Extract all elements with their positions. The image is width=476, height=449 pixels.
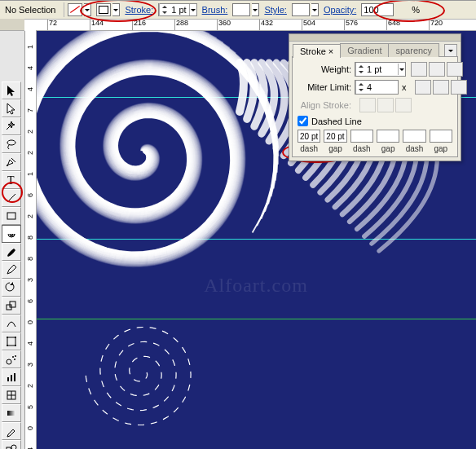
eyedropper-tool[interactable] [2,422,21,440]
mesh-tool[interactable] [2,386,21,404]
dash-input-1[interactable] [324,130,346,143]
rotate-tool[interactable] [2,279,21,297]
svg-point-8 [15,337,16,338]
align-stroke-buttons [359,98,412,112]
horizontal-ruler[interactable]: 72144216288360432504576648720 [24,19,476,31]
dash-input-5[interactable] [430,130,452,143]
stroke-swatch[interactable] [96,3,120,16]
fill-swatch-box [68,3,82,16]
cap-buttons[interactable] [411,62,463,77]
dashed-line-checkbox[interactable] [298,116,308,126]
pen-tool[interactable] [2,153,21,171]
line-segment-tool[interactable] [2,189,21,207]
stroke-swatch-dropdown[interactable] [112,3,120,16]
dash-input-3[interactable] [377,130,399,143]
direct-selection-icon [5,102,18,115]
style-dropdown[interactable] [311,3,319,16]
miter-x: x [402,82,407,92]
graph-tool[interactable] [2,368,21,386]
gradient-tool[interactable] [2,404,21,422]
panel-tabs: Stroke × Gradient sparency [289,42,461,57]
scale-tool[interactable] [2,297,21,315]
stroke-weight-field[interactable]: 1 pt [158,3,196,16]
dash-input-0[interactable] [298,130,320,143]
brush-box [232,3,250,16]
pencil-tool[interactable] [2,261,21,279]
style-picker[interactable] [292,3,319,16]
paintbrush-tool[interactable] [2,243,21,261]
dash-input-4[interactable] [403,130,425,143]
pencil-icon [5,263,18,276]
stroke-weight-dropdown[interactable] [189,4,196,15]
spiral-icon [5,227,18,240]
selection-tool[interactable] [2,81,21,99]
lasso-tool[interactable] [2,135,21,153]
miter-field[interactable] [355,80,399,95]
svg-point-9 [7,345,8,346]
stroke-swatch-box [96,3,111,16]
fill-swatch-dropdown[interactable] [84,3,91,16]
tab-stroke-label: Stroke [300,46,326,56]
weight-stepper[interactable] [355,63,365,76]
dashed-line-label: Dashed Line [311,117,362,126]
opacity-label[interactable]: Opacity: [324,5,356,15]
align-stroke-label: Align Stroke: [298,100,351,110]
tab-stroke[interactable]: Stroke × [293,44,341,58]
svg-rect-21 [7,411,15,416]
illustrator-window: No Selection Stroke: 1 pt Brush: Style: … [0,0,476,449]
svg-point-11 [7,359,11,364]
opacity-field[interactable]: 100 [361,3,394,16]
magic-wand-tool[interactable] [2,117,21,135]
brush-picker[interactable] [232,3,259,16]
stroke-label[interactable]: Stroke: [125,5,153,15]
blend-tool[interactable] [2,440,21,449]
symbol-sprayer-tool[interactable] [2,350,21,368]
blend-icon [5,442,18,449]
dash-caption: gap [324,144,346,153]
stroke-weight-stepper[interactable] [159,3,169,16]
direct-selection-tool[interactable] [2,99,21,117]
style-label[interactable]: Style: [264,5,287,15]
tab-transparency[interactable]: sparency [388,43,439,57]
svg-text:T: T [7,174,15,187]
weight-label: Weight: [298,64,351,74]
dash-input-2[interactable] [350,130,373,143]
weight-dropdown[interactable] [398,64,405,75]
lasso-icon [5,138,18,151]
dash-caption: dash [403,144,425,153]
dash-caption: dash [350,144,373,153]
warp-tool[interactable] [2,315,21,332]
join-buttons[interactable] [415,80,467,95]
panel-body: Weight: Miter Limit: x Align Stroke: [292,56,458,157]
toolbox: T [0,31,25,449]
symbol-sprayer-icon [5,353,18,366]
brush-label[interactable]: Brush: [202,5,228,15]
panel-menu-icon[interactable] [444,44,457,57]
type-tool[interactable]: T [2,171,21,189]
panel-titlebar[interactable] [289,34,461,42]
free-transform-tool[interactable] [2,332,21,350]
tab-gradient[interactable]: Gradient [340,43,389,57]
brush-dropdown[interactable] [252,3,259,16]
close-icon[interactable] [449,34,457,41]
stroke-panel[interactable]: Stroke × Gradient sparency Weight: Miter… [289,33,461,161]
spiral-tool[interactable] [2,225,21,243]
rectangle-tool[interactable] [2,207,21,225]
miter-input[interactable] [365,82,398,92]
opacity-value: 100 [364,5,378,15]
fill-swatch[interactable] [68,3,91,16]
selection-icon [5,84,18,97]
style-box [292,3,310,16]
pen-icon [5,156,18,169]
panel-dock-header[interactable] [0,19,24,31]
weight-field[interactable] [355,62,406,77]
free-transform-icon [5,335,18,348]
svg-point-13 [14,359,15,360]
line-segment-icon [5,191,18,205]
weight-input[interactable] [365,64,398,74]
dash-pattern-grid: dashgapdashgapdashgap [298,130,452,153]
vertical-ruler[interactable]: 14472216288360432504 [24,30,37,449]
miter-stepper[interactable] [355,81,365,94]
svg-line-2 [7,194,15,202]
spiral-art-dashed [60,307,256,449]
